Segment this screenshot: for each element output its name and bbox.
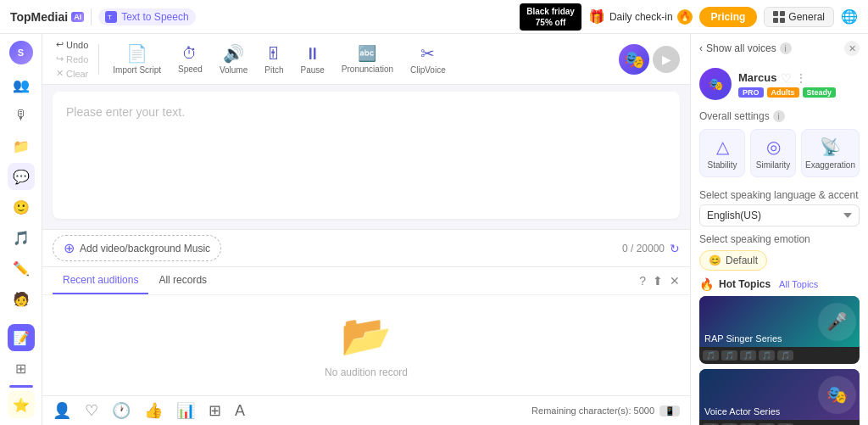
sidebar-item-tts-highlight[interactable]: 📝 xyxy=(8,324,35,351)
clear-button[interactable]: ✕ Clear xyxy=(53,66,92,81)
sidebar-item-pen[interactable]: ✏️ xyxy=(8,254,35,282)
sidebar-item-person[interactable]: 🧑 xyxy=(8,285,35,312)
pronunciation-label: Pronunciation xyxy=(342,64,393,74)
play-icon: ▶ xyxy=(662,53,671,66)
play-button[interactable]: ▶ xyxy=(653,46,680,73)
daily-checkin-btn[interactable]: 🎁 Daily check-in 🔥 xyxy=(588,8,693,25)
undo-redo-group: ↩ Undo ↪ Redo ✕ Clear xyxy=(53,37,92,81)
footer-grid-icon[interactable]: ⊞ xyxy=(209,401,221,420)
tab-all-records[interactable]: All records xyxy=(148,267,217,294)
volume-button[interactable]: 🔊 Volume xyxy=(213,40,254,78)
svg-rect-5 xyxy=(780,18,785,23)
redo-button[interactable]: ↪ Redo xyxy=(53,52,92,66)
tts-label: Text to Speech xyxy=(121,11,188,23)
help-icon[interactable]: ? xyxy=(639,274,646,288)
text-area-wrap: Please enter your text. xyxy=(42,85,690,229)
emotion-default-btn[interactable]: 😊 Default xyxy=(699,250,767,271)
sidebar-item-folder[interactable]: 📁 xyxy=(8,132,35,159)
hot-card-1-title: RAP Singer Series xyxy=(704,333,782,344)
hot-tag: 🎵 xyxy=(721,350,737,361)
sidebar-item-face[interactable]: 🙂 xyxy=(8,193,35,221)
right-sidebar: ‹ Show all voices i ✕ 🎭 Marcus ♡ ⋮ PRO A… xyxy=(690,34,868,425)
sidebar-item-music[interactable]: 🎵 xyxy=(8,224,35,251)
remaining-label: Remaining character(s): 5000 xyxy=(531,405,654,416)
all-topics-btn[interactable]: All Topics xyxy=(779,279,818,289)
footer-person-icon[interactable]: 👤 xyxy=(53,401,71,420)
tab-recent-auditions[interactable]: Recent auditions xyxy=(53,267,148,294)
sidebar-item-star[interactable]: ⭐ xyxy=(8,391,35,418)
rs-header: ‹ Show all voices i ✕ xyxy=(691,34,868,63)
emotion-emoji: 😊 xyxy=(709,254,721,266)
general-button[interactable]: General xyxy=(764,7,834,27)
show-all-voices-btn[interactable]: ‹ Show all voices i xyxy=(699,42,792,54)
import-script-button[interactable]: 📄 Import Script xyxy=(106,40,168,78)
svg-rect-2 xyxy=(773,11,778,16)
emotion-default-label: Default xyxy=(726,254,758,266)
clipvoice-button[interactable]: ✂ ClipVoice xyxy=(403,40,453,78)
speed-button[interactable]: ⏱ Speed xyxy=(171,42,209,77)
tts-icon: T xyxy=(105,11,117,23)
pronunciation-button[interactable]: 🔤 Pronunciation xyxy=(335,41,400,77)
sidebar-item-people[interactable]: 👥 xyxy=(8,71,35,98)
pitch-label: Pitch xyxy=(264,65,283,75)
undo-label: Undo xyxy=(66,40,88,50)
lang-section-label: Select speaking language & accent xyxy=(699,186,860,204)
hot-card-1[interactable]: 1 🎤 RAP Singer Series 🎵 🎵 🎵 🎵 🎵 xyxy=(699,296,860,364)
pitch-button[interactable]: 🎚 Pitch xyxy=(258,41,290,78)
badge-adults: Adults xyxy=(767,87,799,98)
user-avatar[interactable]: S xyxy=(9,41,33,64)
emotion-section: Select speaking emotion 😊 Default xyxy=(691,230,868,274)
main-layout: S 👥 🎙 📁 💬 🙂 🎵 ✏️ 🧑 📝 ⊞ ⭐ ↩ Undo ↪ xyxy=(0,34,868,425)
hot-card-2[interactable]: 2 🎭 Voice Actor Series 🎵 🎵 🎵 🎵 🎵 xyxy=(699,369,860,425)
pricing-button[interactable]: Pricing xyxy=(699,7,758,27)
black-friday-banner[interactable]: Black friday 75% off xyxy=(520,3,581,31)
stability-setting[interactable]: △ Stability xyxy=(699,129,745,177)
settings-info-icon[interactable]: i xyxy=(773,110,785,122)
left-arrow-icon: ‹ xyxy=(699,42,703,54)
collapse-icon[interactable]: ⬆ xyxy=(653,274,663,288)
add-music-button[interactable]: ⊕ Add video/background Music xyxy=(53,235,221,261)
refresh-icon[interactable]: ↻ xyxy=(670,242,680,255)
sidebar-item-mic[interactable]: 🎙 xyxy=(8,102,35,129)
no-record-text: No audition record xyxy=(325,366,408,378)
close-panel-icon[interactable]: ✕ xyxy=(670,274,680,288)
lang-select[interactable]: English(US) xyxy=(699,204,860,226)
voice-avatar-img: 🎭 xyxy=(624,49,645,70)
language-button[interactable]: 🌐 xyxy=(841,8,858,25)
rs-close-button[interactable]: ✕ xyxy=(844,41,860,56)
add-music-label: Add video/background Music xyxy=(80,243,210,254)
footer-heart-icon[interactable]: ♡ xyxy=(85,401,98,420)
pitch-icon: 🎚 xyxy=(265,44,282,64)
similarity-setting[interactable]: ◎ Similarity xyxy=(750,129,796,177)
voice-avatar-btn[interactable]: 🎭 xyxy=(619,44,649,75)
sidebar-item-grid[interactable]: ⊞ xyxy=(8,355,35,382)
stability-label: Stability xyxy=(708,160,737,170)
more-options-btn[interactable]: ⋮ xyxy=(795,71,807,85)
favorite-icon[interactable]: ♡ xyxy=(781,71,792,85)
voices-info-icon[interactable]: i xyxy=(780,42,792,54)
footer-text-icon[interactable]: A xyxy=(235,402,245,420)
sidebar-bottom: 📝 ⊞ ⭐ xyxy=(8,324,35,418)
sidebar-item-chat[interactable]: 💬 xyxy=(8,163,35,190)
footer-chart-icon[interactable]: 📊 xyxy=(176,401,195,420)
daily-checkin-label: Daily check-in xyxy=(609,11,673,23)
general-label: General xyxy=(788,11,825,23)
pause-button[interactable]: ⏸ Pause xyxy=(294,41,331,78)
bf-line2: 75% off xyxy=(526,17,575,28)
voice-badges: PRO Adults Steady xyxy=(738,87,860,98)
auditions-body: 📂 No audition record xyxy=(42,295,690,395)
footer-clock-icon[interactable]: 🕐 xyxy=(112,401,131,420)
footer-thumb-icon[interactable]: 👍 xyxy=(144,401,163,420)
undo-button[interactable]: ↩ Undo xyxy=(53,37,92,52)
toolbar-divider-1 xyxy=(98,44,99,75)
badge-pro: PRO xyxy=(738,87,764,98)
svg-rect-4 xyxy=(773,18,778,23)
exaggeration-setting[interactable]: 📡 Exaggeration xyxy=(801,129,860,177)
text-editor[interactable]: Please enter your text. xyxy=(53,92,680,219)
hot-card-1-img: 🎤 RAP Singer Series xyxy=(699,296,860,347)
voice-avatar-sm[interactable]: 🎭 xyxy=(699,68,732,100)
clear-icon: ✕ xyxy=(56,68,64,79)
overall-settings-label: Overall settings i xyxy=(691,105,868,126)
undo-icon: ↩ xyxy=(56,39,64,50)
brand-logo: TopMediaiAI xyxy=(10,10,84,24)
